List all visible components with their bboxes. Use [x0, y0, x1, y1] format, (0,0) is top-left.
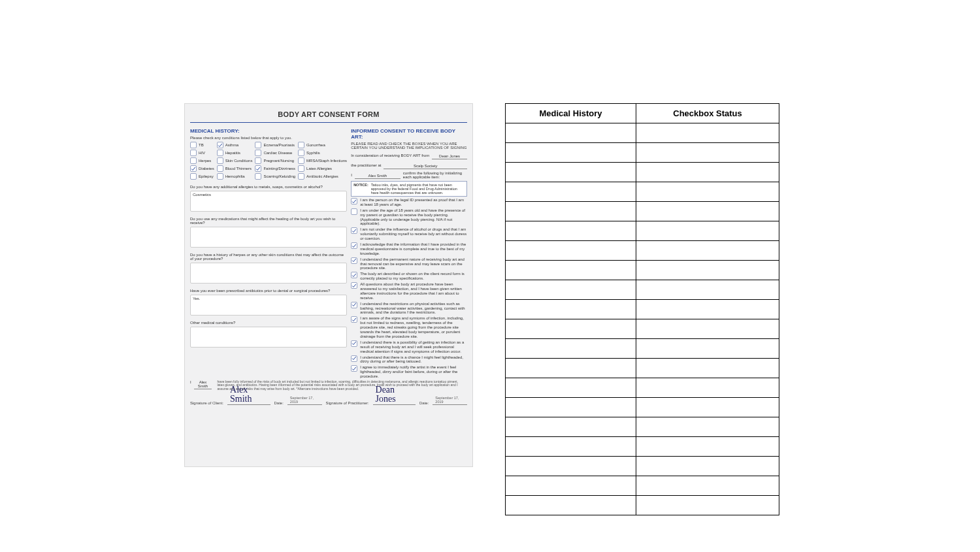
consent-checkbox[interactable] [351, 198, 357, 204]
answer-cell-condition[interactable] [506, 476, 636, 496]
answer-cell-condition[interactable] [506, 339, 636, 359]
answer-cell-condition[interactable] [506, 457, 636, 476]
client-signature[interactable]: Alex Smith [230, 385, 267, 404]
answer-cell-condition[interactable] [506, 378, 636, 398]
answer-cell-status[interactable] [636, 496, 779, 515]
condition-checkbox[interactable] [298, 173, 304, 180]
answer-cell-condition[interactable] [506, 241, 636, 261]
consent-checkbox[interactable] [351, 282, 357, 289]
answer-cell-condition[interactable] [506, 163, 636, 182]
answer-other[interactable] [190, 327, 347, 348]
consent-checkbox[interactable] [351, 355, 357, 362]
condition-checkbox[interactable] [298, 142, 304, 148]
answer-cell-status[interactable] [636, 123, 779, 143]
form-title: BODY ART CONSENT FORM [185, 110, 472, 118]
consent-checkbox[interactable] [351, 227, 357, 234]
consent-checkbox[interactable] [351, 208, 357, 215]
condition-item: Cardiac Disease [255, 150, 295, 156]
answer-cell-status[interactable] [636, 300, 779, 319]
consent-checkbox[interactable] [351, 365, 357, 372]
condition-checkbox[interactable] [255, 157, 261, 164]
condition-label: Hemophilia [225, 174, 245, 178]
answer-cell-status[interactable] [636, 476, 779, 496]
answer-antibiotics[interactable]: Yes. [190, 295, 347, 316]
answer-cell-condition[interactable] [506, 398, 636, 417]
answer-cell-status[interactable] [636, 359, 779, 378]
practitioner-name-field[interactable]: Dean Jones [432, 152, 467, 159]
answer-cell-status[interactable] [636, 457, 779, 476]
answer-cell-condition[interactable] [506, 123, 636, 143]
answer-table-row [506, 437, 779, 457]
condition-checkbox[interactable] [190, 173, 197, 180]
client-date[interactable]: September 17, 2019 [287, 393, 322, 405]
answer-cell-status[interactable] [636, 319, 779, 339]
condition-checkbox[interactable] [298, 165, 304, 172]
practitioner-date[interactable]: September 17, 2019 [433, 393, 467, 405]
condition-label: TB [199, 143, 204, 147]
consent-checkbox[interactable] [351, 257, 357, 264]
consent-checkbox[interactable] [351, 340, 357, 347]
answer-cell-condition[interactable] [506, 417, 636, 437]
answer-cell-status[interactable] [636, 398, 779, 417]
condition-item: TB [190, 142, 214, 148]
consent-text: I am the person on the legal ID presente… [360, 198, 467, 207]
answer-herpes-skin[interactable] [190, 263, 347, 284]
answer-cell-status[interactable] [636, 143, 779, 163]
answer-cell-status[interactable] [636, 437, 779, 457]
answer-cell-condition[interactable] [506, 182, 636, 202]
answer-table-header-row: Medical History Checkbox Status [506, 104, 779, 123]
condition-checkbox[interactable] [217, 150, 223, 156]
declaration-name[interactable]: Alex Smith [194, 380, 212, 389]
answer-cell-status[interactable] [636, 280, 779, 300]
consent-form: BODY ART CONSENT FORM MEDICAL HISTORY: P… [184, 103, 473, 467]
condition-checkbox[interactable] [298, 157, 304, 164]
consent-checkbox[interactable] [351, 242, 357, 249]
answer-cell-status[interactable] [636, 261, 779, 280]
consent-checkbox[interactable] [351, 302, 357, 308]
answer-table-row [506, 202, 779, 221]
answer-cell-status[interactable] [636, 339, 779, 359]
consent-checkbox[interactable] [351, 316, 357, 323]
consent-text: I understand the permanent nature of rec… [360, 257, 467, 271]
answer-cell-condition[interactable] [506, 359, 636, 378]
condition-item: Diabetes [190, 165, 214, 172]
answer-cell-status[interactable] [636, 202, 779, 221]
condition-checkbox[interactable] [190, 157, 197, 164]
answer-cell-status[interactable] [636, 182, 779, 202]
condition-checkbox[interactable] [190, 150, 197, 156]
answer-cell-condition[interactable] [506, 319, 636, 339]
answer-cell-status[interactable] [636, 221, 779, 241]
answer-allergies[interactable]: Cosmetics [190, 191, 347, 212]
answer-cell-condition[interactable] [506, 261, 636, 280]
consent-checkbox[interactable] [351, 272, 357, 278]
condition-checkbox[interactable] [255, 165, 261, 172]
condition-checkbox[interactable] [298, 150, 304, 156]
answer-cell-status[interactable] [636, 163, 779, 182]
condition-checkbox[interactable] [190, 165, 197, 172]
answer-cell-condition[interactable] [506, 202, 636, 221]
condition-checkbox[interactable] [217, 165, 223, 172]
condition-checkbox[interactable] [217, 157, 223, 164]
answer-cell-condition[interactable] [506, 300, 636, 319]
answer-table-row [506, 123, 779, 143]
answer-cell-condition[interactable] [506, 143, 636, 163]
condition-checkbox[interactable] [255, 150, 261, 156]
studio-name-field[interactable]: Scalp Society [384, 161, 467, 169]
answer-cell-status[interactable] [636, 378, 779, 398]
condition-checkbox[interactable] [217, 173, 223, 180]
client-name-field[interactable]: Alex Smith [355, 171, 400, 179]
answer-medications[interactable] [190, 227, 347, 248]
condition-checkbox[interactable] [255, 173, 261, 180]
answer-cell-status[interactable] [636, 241, 779, 261]
answer-cell-condition[interactable] [506, 437, 636, 457]
condition-checkbox[interactable] [190, 142, 197, 148]
answer-cell-status[interactable] [636, 417, 779, 437]
answer-cell-condition[interactable] [506, 496, 636, 515]
practitioner-signature[interactable]: Dean Jones [376, 385, 413, 404]
condition-checkbox[interactable] [255, 142, 261, 148]
answer-table-row [506, 398, 779, 417]
answer-cell-condition[interactable] [506, 280, 636, 300]
answer-cell-condition[interactable] [506, 221, 636, 241]
consent-item: I understand the restrictions on physica… [351, 302, 467, 316]
condition-checkbox[interactable] [217, 142, 223, 148]
